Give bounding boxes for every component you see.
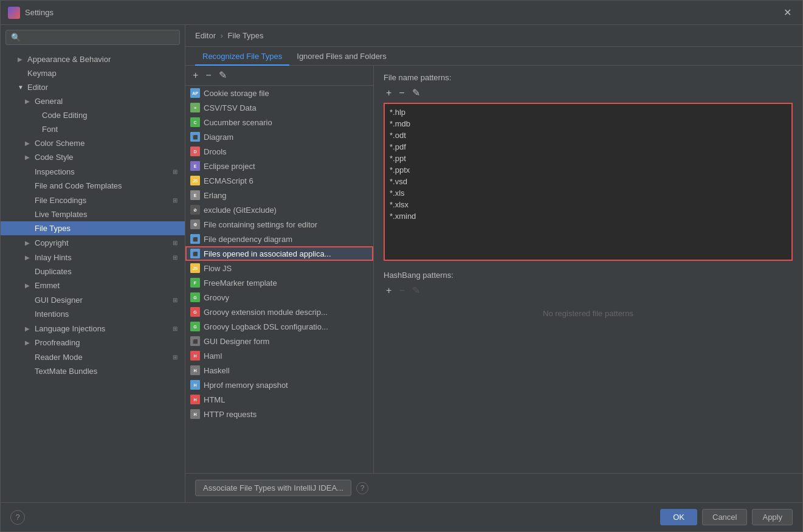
file-type-item[interactable]: JSFlow JS bbox=[185, 261, 373, 275]
file-type-item[interactable]: ⬛GUI Designer form bbox=[185, 334, 373, 348]
sidebar: ▶ Appearance & Behavior Keymap ▼ Editor … bbox=[1, 25, 185, 502]
file-type-icon: ⬛ bbox=[190, 249, 200, 258]
apply-button[interactable]: Apply bbox=[752, 509, 793, 525]
sidebar-item-textmate-bundles[interactable]: TextMate Bundles bbox=[1, 364, 185, 378]
sidebar-item-duplicates[interactable]: Duplicates bbox=[1, 264, 185, 278]
sidebar-item-inspections[interactable]: Inspections ⊞ bbox=[1, 164, 185, 179]
tab-ignored[interactable]: Ignored Files and Folders bbox=[289, 47, 393, 66]
edit-pattern-button[interactable]: ✎ bbox=[410, 87, 422, 99]
ok-button[interactable]: OK bbox=[660, 509, 697, 525]
file-type-item[interactable]: HHprof memory snapshot bbox=[185, 378, 373, 392]
associate-file-types-button[interactable]: Associate File Types with IntelliJ IDEA.… bbox=[195, 480, 351, 496]
cancel-button[interactable]: Cancel bbox=[702, 509, 747, 525]
arrow-icon bbox=[25, 268, 32, 275]
pattern-item[interactable]: *.odt bbox=[385, 130, 791, 141]
file-type-item[interactable]: EErlang bbox=[185, 188, 373, 202]
pattern-item[interactable]: *.vsd bbox=[385, 176, 791, 187]
sidebar-item-general[interactable]: ▶ General bbox=[1, 94, 185, 108]
file-type-item[interactable]: ⚙File containing settings for editor bbox=[185, 217, 373, 232]
sidebar-item-reader-mode[interactable]: Reader Mode ⊞ bbox=[1, 350, 185, 364]
file-type-item[interactable]: APCookie storage file bbox=[185, 86, 373, 100]
file-type-item[interactable]: CCucumber scenario bbox=[185, 115, 373, 130]
file-type-item[interactable]: GGroovy extension module descrip... bbox=[185, 305, 373, 319]
right-panel: Editor › File Types Recognized File Type… bbox=[185, 25, 802, 502]
sidebar-item-editor[interactable]: ▼ Editor bbox=[1, 80, 185, 94]
add-hashbang-button[interactable]: + bbox=[384, 285, 394, 297]
sidebar-item-file-types[interactable]: File Types bbox=[1, 221, 185, 235]
sidebar-item-color-scheme[interactable]: ▶ Color Scheme bbox=[1, 136, 185, 150]
file-type-label: Haskell bbox=[204, 366, 230, 375]
file-type-label: Erlang bbox=[204, 191, 227, 200]
breadcrumb-part1: Editor bbox=[195, 31, 216, 40]
sidebar-item-copyright[interactable]: ▶ Copyright ⊞ bbox=[1, 235, 185, 250]
sidebar-item-font[interactable]: Font bbox=[1, 122, 185, 136]
footer-help-icon[interactable]: ? bbox=[356, 482, 368, 494]
pattern-item[interactable]: *.xls bbox=[385, 187, 791, 199]
search-input[interactable] bbox=[5, 30, 180, 45]
file-type-item[interactable]: HHaskell bbox=[185, 363, 373, 378]
sidebar-label: Editor bbox=[27, 83, 48, 92]
sidebar-item-language-injections[interactable]: ▶ Language Injections ⊞ bbox=[1, 321, 185, 336]
add-file-type-button[interactable]: + bbox=[190, 69, 201, 81]
remove-pattern-button[interactable]: − bbox=[396, 87, 407, 99]
sidebar-label: Inspections bbox=[35, 167, 75, 176]
file-type-item[interactable]: GGroovy Logback DSL configuratio... bbox=[185, 319, 373, 334]
file-type-item[interactable]: ⬛Files opened in associated applica... bbox=[185, 246, 373, 261]
edit-file-type-button[interactable]: ✎ bbox=[216, 69, 229, 81]
file-type-item[interactable]: DDrools bbox=[185, 144, 373, 159]
sidebar-item-code-editing[interactable]: Code Editing bbox=[1, 108, 185, 122]
hashbang-label: HashBang patterns: bbox=[384, 271, 793, 280]
remove-file-type-button[interactable]: − bbox=[203, 69, 213, 81]
svg-text:JS: JS bbox=[193, 179, 198, 183]
sidebar-item-inlay-hints[interactable]: ▶ Inlay Hints ⊞ bbox=[1, 250, 185, 264]
pattern-item[interactable]: *.pptx bbox=[385, 164, 791, 176]
file-type-item[interactable]: HHaml bbox=[185, 348, 373, 363]
pattern-item[interactable]: *.pdf bbox=[385, 141, 791, 153]
file-type-item[interactable]: JSECMAScript 6 bbox=[185, 173, 373, 188]
sidebar-label: Code Editing bbox=[42, 111, 87, 120]
sidebar-item-live-templates[interactable]: Live Templates bbox=[1, 207, 185, 221]
file-type-label: Hprof memory snapshot bbox=[204, 381, 288, 390]
tab-recognized[interactable]: Recognized File Types bbox=[195, 47, 289, 66]
file-type-item[interactable]: EEclipse project bbox=[185, 159, 373, 173]
sidebar-item-file-encodings[interactable]: File Encodings ⊞ bbox=[1, 193, 185, 207]
pattern-item[interactable]: *.xlsx bbox=[385, 199, 791, 210]
bottom-help-button[interactable]: ? bbox=[10, 510, 25, 525]
arrow-icon: ▼ bbox=[18, 84, 25, 91]
file-type-label: Drools bbox=[204, 147, 227, 156]
arrow-icon bbox=[25, 311, 32, 317]
pattern-item[interactable]: *.hlp bbox=[385, 106, 791, 118]
sidebar-item-keymap[interactable]: Keymap bbox=[1, 66, 185, 80]
sidebar-label: Color Scheme bbox=[35, 139, 84, 148]
file-type-label: ECMAScript 6 bbox=[204, 176, 253, 185]
sidebar-item-emmet[interactable]: ▶ Emmet bbox=[1, 278, 185, 292]
file-type-item[interactable]: ⬛File dependency diagram bbox=[185, 232, 373, 246]
file-type-item[interactable]: FFreeMarker template bbox=[185, 275, 373, 290]
pattern-item[interactable]: *.mdb bbox=[385, 118, 791, 130]
sidebar-label: File Types bbox=[35, 224, 71, 233]
pattern-item[interactable]: *.ppt bbox=[385, 153, 791, 164]
file-type-item[interactable]: ⊘exclude (GitExclude) bbox=[185, 202, 373, 217]
add-pattern-button[interactable]: + bbox=[384, 87, 394, 99]
file-type-item[interactable]: ≡CSV/TSV Data bbox=[185, 100, 373, 115]
close-button[interactable]: ✕ bbox=[780, 5, 795, 19]
sidebar-item-proofreading[interactable]: ▶ Proofreading bbox=[1, 336, 185, 350]
sidebar-item-intentions[interactable]: Intentions bbox=[1, 307, 185, 321]
file-type-item[interactable]: ⬛Diagram bbox=[185, 130, 373, 144]
sidebar-item-appearance[interactable]: ▶ Appearance & Behavior bbox=[1, 52, 185, 66]
remove-hashbang-button[interactable]: − bbox=[396, 285, 407, 297]
file-type-item[interactable]: HHTML bbox=[185, 392, 373, 407]
sidebar-item-gui-designer[interactable]: GUI Designer ⊞ bbox=[1, 292, 185, 307]
sidebar-item-file-code-templates[interactable]: File and Code Templates bbox=[1, 179, 185, 193]
file-type-label: Groovy bbox=[204, 293, 229, 302]
file-type-icon: H bbox=[190, 380, 200, 390]
sidebar-item-code-style[interactable]: ▶ Code Style bbox=[1, 150, 185, 164]
svg-text:⬛: ⬛ bbox=[193, 339, 198, 344]
file-type-item[interactable]: HHTTP requests bbox=[185, 407, 373, 421]
svg-text:⬛: ⬛ bbox=[193, 134, 198, 140]
file-type-item[interactable]: GGroovy bbox=[185, 290, 373, 305]
pattern-item[interactable]: *.xmind bbox=[385, 210, 791, 222]
file-types-column: + − ✎ APCookie storage file≡CSV/TSV Data… bbox=[185, 66, 374, 473]
edit-hashbang-button[interactable]: ✎ bbox=[410, 285, 422, 297]
sidebar-label: Keymap bbox=[27, 69, 57, 78]
